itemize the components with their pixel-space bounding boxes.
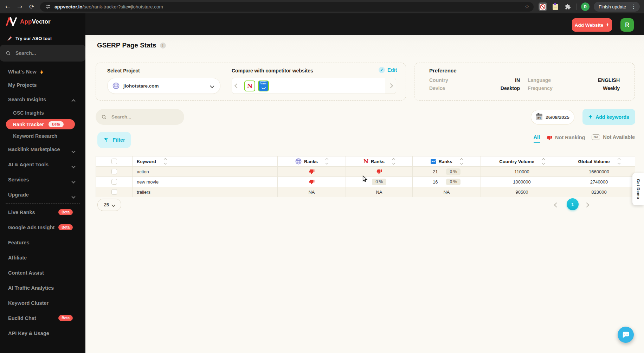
date-picker[interactable]: 31 26/08/2025 (531, 110, 574, 124)
preference-device: DeviceDesktop (429, 85, 520, 91)
preference-label: Country (429, 77, 448, 83)
try-aso-tool-link[interactable]: Try our ASO tool (7, 36, 52, 41)
date-value: 26/08/2025 (546, 115, 569, 120)
rocket-icon (7, 36, 12, 41)
competitor-netflix-icon[interactable]: N (244, 81, 255, 91)
sidebar-item-backlink-marketplace[interactable]: Backlink Marketplace (0, 142, 85, 157)
preference-value: ENGLISH (598, 77, 620, 83)
sidebar-item-rank-tracker[interactable]: Rank TrackerBeta (0, 118, 85, 130)
sidebar-search-input[interactable] (15, 50, 85, 56)
pagination-page-1[interactable]: 1 (567, 198, 579, 210)
pagination-next-button[interactable] (585, 202, 588, 208)
tab-label: Not Ranking (555, 135, 585, 140)
sidebar-item-label: Upgrade (8, 192, 29, 198)
sidebar-item-keyword-cluster[interactable]: Keyword Cluster (0, 295, 85, 310)
bookmark-star-icon[interactable]: ☆ (524, 4, 529, 10)
sidebar-item-services[interactable]: Services (0, 172, 85, 187)
sidebar-item-my-projects[interactable]: My Projects (0, 78, 85, 92)
forward-button[interactable]: → (16, 4, 23, 10)
row-checkbox[interactable] (111, 189, 117, 195)
sidebar-item-label: Live Ranks (8, 210, 35, 215)
pagination-prev-button[interactable] (555, 202, 558, 208)
info-icon[interactable]: ! (160, 43, 166, 49)
appvector-logo[interactable]: AppVector (6, 17, 51, 26)
reload-button[interactable]: ⟳ (28, 4, 35, 10)
keyword-search[interactable] (96, 109, 184, 125)
user-avatar[interactable]: R (620, 18, 634, 32)
sort-control-global-volume[interactable] (618, 159, 620, 164)
sidebar-item-live-ranks[interactable]: Live RanksBeta (0, 205, 85, 220)
select-all-checkbox[interactable] (111, 159, 117, 164)
tab-not-available[interactable]: NANot Available (592, 134, 635, 143)
sort-control-ranks-prime[interactable] (461, 159, 463, 164)
chat-widget-button[interactable] (618, 327, 634, 343)
sort-control-ranks-globe[interactable] (326, 159, 328, 164)
sidebar-item-upgrade[interactable]: Upgrade (0, 187, 85, 202)
get-demo-tab[interactable]: Get Demo (632, 173, 644, 205)
sidebar-item-features[interactable]: Features (0, 235, 85, 250)
url-text[interactable]: appvector.io/seo/rank-tracker?site=jioho… (54, 4, 163, 9)
page-size-select[interactable]: 25 (97, 199, 121, 211)
notes-extension-icon[interactable] (551, 2, 560, 11)
sidebar-item-content-assist[interactable]: Content Assist (0, 265, 85, 280)
tab-not-ranking[interactable]: Not Ranking (547, 134, 585, 144)
add-keywords-button[interactable]: + Add keywords (582, 109, 635, 125)
edit-competitors-button[interactable]: Edit (379, 67, 397, 73)
globe-icon (295, 158, 302, 165)
sort-control-country-volume[interactable] (542, 159, 545, 164)
globe-icon (112, 82, 120, 89)
column-label: Ranks (438, 159, 452, 164)
adblock-extension-icon[interactable] (539, 2, 547, 11)
selected-project: jiohotstare.com (123, 83, 159, 89)
text-cell: 110000 (481, 167, 563, 177)
sidebar-item-euclid-chat[interactable]: Euclid ChatBeta (0, 310, 85, 326)
sort-control-keyword[interactable] (164, 159, 166, 164)
compare-label: Compare with competitor websites (232, 68, 313, 73)
browser-menu-icon[interactable]: ⋮ (630, 4, 638, 10)
sidebar-item-what-s-new[interactable]: What's New (0, 65, 85, 78)
netflix-icon: N (363, 159, 368, 164)
sidebar-item-ai-traffic-analytics[interactable]: AI Traffic Analytics (0, 280, 85, 295)
sidebar-item-keyword-research[interactable]: Keyword Research (0, 130, 85, 142)
text-cell: 1000000 (481, 177, 563, 187)
sidebar-item-ai-agent-tools[interactable]: AI & Agent Tools (0, 157, 85, 172)
keyword-search-input[interactable] (111, 114, 179, 120)
site-info-icon[interactable] (46, 4, 51, 9)
carousel-next-button[interactable] (385, 78, 396, 94)
sort-control-ranks-netflix[interactable] (393, 159, 395, 164)
carousel-prev-button[interactable] (232, 78, 242, 94)
extensions-puzzle-icon[interactable] (564, 2, 572, 11)
sidebar-item-search-insights[interactable]: Search Insights (0, 92, 85, 107)
browser-profile-avatar[interactable]: R (581, 2, 590, 11)
volume-value: 2740000 (590, 179, 608, 185)
row-checkbox-cell (96, 167, 133, 177)
column-label: Country Volume (499, 159, 534, 164)
preference-label: Frequency (528, 85, 553, 91)
row-checkbox[interactable] (111, 179, 117, 185)
sidebar-item-affiliate[interactable]: Affiliate (0, 250, 85, 265)
filter-button[interactable]: Filter (97, 132, 131, 148)
row-checkbox[interactable] (111, 169, 117, 174)
back-button[interactable]: ← (4, 4, 11, 10)
main-content: Add Website + R GSERP Page Stats ! Selec… (85, 13, 644, 353)
search-icon (6, 51, 11, 56)
project-dropdown[interactable]: jiohotstare.com (107, 78, 220, 94)
keyword-cell: action (133, 167, 278, 177)
sidebar-item-label: Google Ads Insight (8, 225, 54, 230)
add-website-button[interactable]: Add Website + (572, 18, 612, 32)
column-label: Keyword (137, 159, 156, 164)
sidebar-item-api-key-usage[interactable]: API Key & Usage (0, 326, 85, 341)
sidebar-search[interactable] (0, 45, 85, 62)
sidebar-item-google-ads-insight[interactable]: Google Ads InsightBeta (0, 220, 85, 235)
browser-chrome: ← → ⟳ appvector.io/seo/rank-tracker?site… (0, 0, 644, 13)
sidebar-divider (6, 203, 80, 204)
tab-all[interactable]: All (534, 134, 540, 143)
page-title: GSERP Page Stats ! (97, 41, 166, 49)
url-bar[interactable]: appvector.io/seo/rank-tracker?site=jioho… (40, 2, 534, 12)
finish-update-button[interactable]: Finish update ⋮ (594, 2, 640, 12)
competitor-prime-video-icon[interactable]: primevideo (258, 81, 269, 91)
sidebar-item-gsc-insights[interactable]: GSC Insights (0, 107, 85, 118)
sidebar-item-label: Features (8, 240, 29, 245)
volume-value: 16600000 (589, 169, 609, 174)
rank-table: KeywordRanksNRanksRanksCountry VolumeGlo… (96, 156, 635, 197)
